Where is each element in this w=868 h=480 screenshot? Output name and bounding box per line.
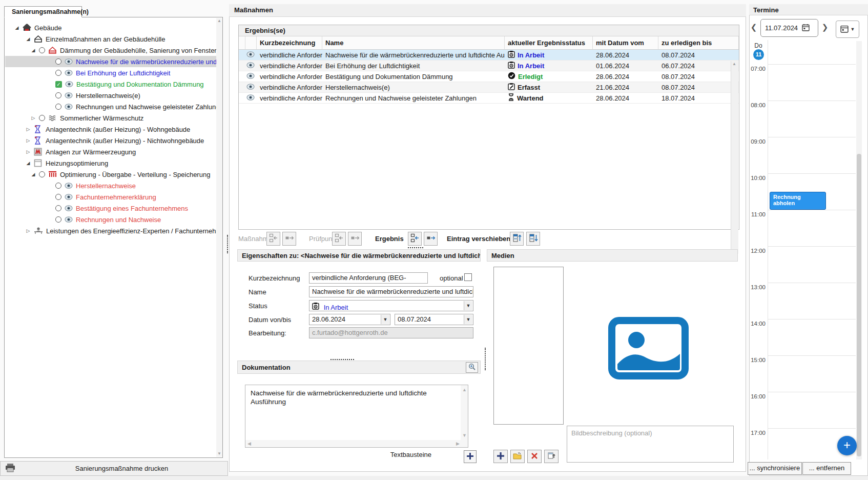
eye-icon[interactable] [65,193,73,201]
splitter-dots[interactable] [408,247,423,248]
column-status[interactable]: aktueller Ergebnisstatus [505,36,593,49]
eye-icon[interactable] [65,58,73,65]
result-row[interactable]: verbindliche Anforder... Bestätigung und… [239,71,739,82]
kurzbezeichnung-input[interactable]: verbindliche Anforderung (BEG- [309,272,428,284]
results-scrollbar[interactable]: ▲ ▼ [731,61,738,254]
image-caption-input[interactable]: Bildbeschreibung (optional) [567,426,734,463]
optional-checkbox[interactable] [464,273,472,281]
radio-button[interactable] [39,115,45,121]
result-row[interactable]: verbindliche Anforder... Rechnungen und … [239,93,739,104]
tree-item[interactable]: Herstellernachweise [5,180,219,191]
tree-item[interactable]: ◢Optimierung - Übergabe - Verteilung - S… [5,169,219,180]
documentation-text[interactable]: Nachweise für die wärmebrückenreduzierte… [245,385,461,440]
tree-item[interactable]: ◢Gebäude [5,22,219,33]
eye-icon[interactable] [65,81,73,88]
tree-item[interactable]: ▷Leistungen des Energieeffizienz-Experte… [5,225,219,236]
eye-icon[interactable] [65,92,73,99]
radio-button[interactable] [55,205,61,211]
radio-button[interactable] [55,183,61,189]
documentation-textarea[interactable]: Nachweise für die wärmebrückenreduzierte… [245,385,468,448]
radio-button[interactable] [55,58,61,65]
tree-item[interactable]: ▷Anlagentechnik (außer Heizung) - Wohnge… [5,124,219,135]
column-zu-erledigen[interactable]: zu erledigen bis [658,36,739,49]
radio-button[interactable] [55,92,61,98]
panel-splitter[interactable] [227,235,228,253]
datum-von-dropdown[interactable]: 28.06.2024 ▼ [309,314,390,325]
result-row[interactable]: verbindliche Anforder... Bei Erhöhung de… [239,61,739,71]
tree-item[interactable]: Fachunternehmererklärung [5,191,219,203]
tree-item[interactable]: ▷Anlagentechnik (außer Heizung) - Nichtw… [5,135,219,146]
expand-open-icon[interactable]: ◢ [14,25,19,30]
media-list[interactable] [493,267,564,425]
date-picker[interactable]: 11.07.2024 [760,19,818,37]
radio-button[interactable] [55,104,61,110]
calendar-event[interactable]: Rechnung abholen [770,192,826,210]
column-name[interactable]: Name [322,36,505,49]
panel-splitter[interactable] [330,359,354,360]
eye-icon[interactable] [65,216,73,223]
move-entry-down-button[interactable] [526,232,540,246]
expand-open-icon[interactable]: ◢ [31,172,36,177]
tree-item[interactable]: ◢Heizungsoptimierung [5,157,219,169]
tree-item[interactable]: ▷Sommerlicher Wärmeschutz [5,112,219,124]
ergebnis-append-button[interactable] [424,232,438,246]
eye-icon[interactable] [245,72,257,81]
pruefpunkt-insert-button[interactable] [332,232,346,246]
results-table-header[interactable]: Kurzbezeichnung Name aktueller Ergebniss… [239,36,739,50]
radio-button[interactable] [55,70,61,76]
export-media-button[interactable] [544,450,559,463]
tree-item[interactable]: ◢Einzelmaßnahmen an der Gebäudehülle [5,33,219,45]
eye-icon[interactable] [65,103,73,110]
status-dropdown[interactable]: In Arbeit ▼ [309,300,473,311]
scroll-down-icon[interactable]: ▼ [216,451,222,457]
scroll-right-icon[interactable]: ▶ [456,441,460,446]
eye-icon[interactable] [245,51,257,59]
expand-open-icon[interactable]: ◢ [26,36,31,42]
tree-item[interactable]: Bestätigung eines Fachunternehmens [5,203,219,214]
scroll-left-icon[interactable]: ◀ [247,441,251,446]
previous-day-button[interactable]: ❮ [750,23,758,34]
scroll-up-icon[interactable]: ▲ [731,61,737,67]
expand-closed-icon[interactable]: ▷ [26,149,31,154]
pruefpunkt-append-button[interactable] [348,232,362,246]
ergebnis-insert-button[interactable] [408,232,422,246]
tab-sanierungsmassnahmen[interactable]: Sanierungsmaßnahme(n) [4,6,82,17]
add-appointment-button[interactable]: + [837,436,857,455]
tree-item[interactable]: Rechnungen und Nachweise geleisteter Zah… [5,101,219,112]
calendar-scrollbar[interactable] [856,41,862,459]
calendar-icon[interactable] [802,24,810,33]
eye-icon[interactable] [245,83,257,92]
scroll-up-icon[interactable]: ▲ [216,18,222,24]
scroll-up-icon[interactable]: ▲ [462,387,467,392]
tree-item[interactable]: ◢Dämmung der Gebäudehülle, Sanierung von… [5,45,219,56]
eye-icon[interactable] [245,94,257,103]
tree-item[interactable]: Herstellernachweis(e) [5,90,219,101]
chevron-down-icon[interactable]: ▼ [464,315,472,324]
delete-media-button[interactable] [527,450,542,463]
scroll-down-icon[interactable]: ▼ [462,433,467,438]
datum-bis-dropdown[interactable]: 08.07.2024 ▼ [395,314,473,325]
eye-icon[interactable] [65,182,73,189]
eye-icon[interactable] [65,205,73,212]
remove-button[interactable]: ... entfernen [802,462,851,475]
tree-item[interactable]: Rechnungen und Nachweise [5,214,219,225]
checked-checkbox-icon[interactable]: ✓ [55,81,62,88]
open-folder-button[interactable] [510,450,525,463]
expand-open-icon[interactable]: ◢ [31,48,36,53]
expand-closed-icon[interactable]: ▷ [26,138,31,143]
tree-item[interactable]: Nachweise für die wärmebrückenreduzierte… [5,56,219,67]
result-row[interactable]: verbindliche Anforder... Herstellernachw… [239,82,739,93]
column-datum-vom[interactable]: mit Datum vom [593,36,658,49]
result-row[interactable]: verbindliche Anforder... Nachweise für d… [239,50,739,61]
scrollbar-thumb[interactable] [857,154,861,456]
radio-button[interactable] [55,194,61,200]
radio-button[interactable] [39,47,45,53]
expand-closed-icon[interactable]: ▷ [31,115,36,121]
eye-icon[interactable] [245,62,257,70]
expand-closed-icon[interactable]: ▷ [26,228,31,233]
zoom-text-button[interactable] [466,362,478,373]
calendar-view-button[interactable]: ▼ [836,21,859,38]
chevron-down-icon[interactable]: ▼ [464,301,472,310]
add-media-button[interactable] [493,450,508,463]
eye-icon[interactable] [65,69,73,76]
